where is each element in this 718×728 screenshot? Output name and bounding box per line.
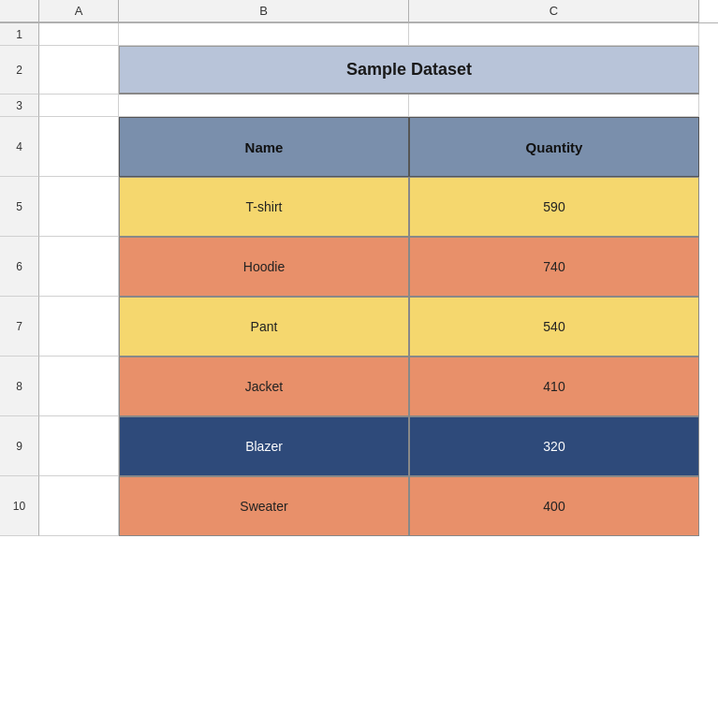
cell-1a[interactable] bbox=[39, 23, 119, 46]
table-row: 8 Jacket 410 bbox=[0, 357, 718, 416]
row-number[interactable]: 7 bbox=[0, 297, 39, 357]
spreadsheet: A B C 1 2 Sample Dataset 3 4 Name Quanti… bbox=[0, 0, 718, 728]
cell-1b[interactable] bbox=[119, 23, 409, 46]
cell-name-blazer[interactable]: Blazer bbox=[119, 416, 409, 476]
table-row: 7 Pant 540 bbox=[0, 297, 718, 357]
cell-qty-jacket[interactable]: 410 bbox=[409, 357, 699, 416]
cell-name-hoodie[interactable]: Hoodie bbox=[119, 237, 409, 297]
row-number[interactable]: 8 bbox=[0, 357, 39, 416]
cell-name-sweater[interactable]: Sweater bbox=[119, 476, 409, 536]
table-row: 3 bbox=[0, 95, 718, 117]
col-header-a[interactable]: A bbox=[39, 0, 119, 22]
column-headers: A B C bbox=[0, 0, 718, 23]
cell-name-pant[interactable]: Pant bbox=[119, 297, 409, 357]
cell-3b[interactable] bbox=[119, 95, 409, 117]
table-header-name[interactable]: Name bbox=[119, 117, 409, 177]
cell-name-jacket[interactable]: Jacket bbox=[119, 357, 409, 416]
table-row: 10 Sweater 400 bbox=[0, 476, 718, 536]
cell-2a[interactable] bbox=[39, 46, 119, 95]
table-row: 6 Hoodie 740 bbox=[0, 237, 718, 297]
table-row: 1 bbox=[0, 23, 718, 46]
col-header-c[interactable]: C bbox=[409, 0, 699, 22]
cell-qty-blazer[interactable]: 320 bbox=[409, 416, 699, 476]
cell-name-tshirt[interactable]: T-shirt bbox=[119, 177, 409, 237]
row-number[interactable]: 2 bbox=[0, 46, 39, 95]
table-header-quantity[interactable]: Quantity bbox=[409, 117, 699, 177]
row-number[interactable]: 6 bbox=[0, 237, 39, 297]
corner-cell bbox=[0, 0, 39, 22]
cell-10a[interactable] bbox=[39, 476, 119, 536]
table-row: 4 Name Quantity bbox=[0, 117, 718, 177]
spreadsheet-title[interactable]: Sample Dataset bbox=[119, 46, 699, 95]
table-row: 9 Blazer 320 bbox=[0, 416, 718, 476]
row-number[interactable]: 1 bbox=[0, 23, 39, 46]
cell-3c[interactable] bbox=[409, 95, 699, 117]
row-number[interactable]: 5 bbox=[0, 177, 39, 237]
row-number[interactable]: 10 bbox=[0, 476, 39, 536]
cell-qty-sweater[interactable]: 400 bbox=[409, 476, 699, 536]
row-number[interactable]: 4 bbox=[0, 117, 39, 177]
row-number[interactable]: 9 bbox=[0, 416, 39, 476]
cell-1c[interactable] bbox=[409, 23, 699, 46]
cell-3a[interactable] bbox=[39, 95, 119, 117]
cell-4a[interactable] bbox=[39, 117, 119, 177]
cell-qty-hoodie[interactable]: 740 bbox=[409, 237, 699, 297]
cell-7a[interactable] bbox=[39, 297, 119, 357]
cell-qty-pant[interactable]: 540 bbox=[409, 297, 699, 357]
cell-5a[interactable] bbox=[39, 177, 119, 237]
cell-6a[interactable] bbox=[39, 237, 119, 297]
cell-qty-tshirt[interactable]: 590 bbox=[409, 177, 699, 237]
table-row: 2 Sample Dataset bbox=[0, 46, 718, 95]
col-header-b[interactable]: B bbox=[119, 0, 409, 22]
cell-8a[interactable] bbox=[39, 357, 119, 416]
table-row: 5 T-shirt 590 bbox=[0, 177, 718, 237]
row-number[interactable]: 3 bbox=[0, 95, 39, 117]
cell-9a[interactable] bbox=[39, 416, 119, 476]
